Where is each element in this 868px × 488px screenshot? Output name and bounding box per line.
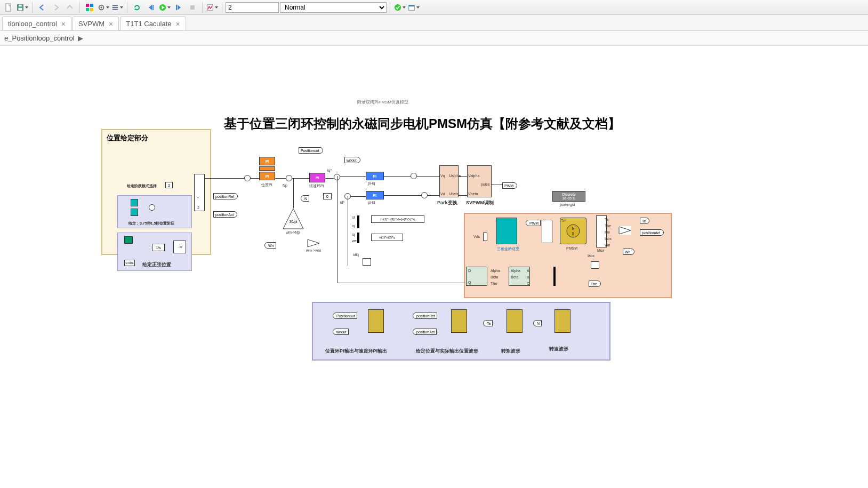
- sine-block[interactable]: [124, 236, 133, 244]
- signal-line: [428, 195, 439, 196]
- pi-block[interactable]: PI: [259, 172, 275, 180]
- forward-button[interactable]: [50, 2, 62, 13]
- from-te[interactable]: Te: [483, 320, 493, 326]
- from-positionout[interactable]: Positionout: [333, 313, 357, 319]
- sum-position[interactable]: [244, 175, 251, 181]
- stop-time-input[interactable]: [226, 2, 279, 13]
- stop-button[interactable]: [186, 2, 199, 13]
- id-pi-block[interactable]: PI: [366, 191, 384, 199]
- close-icon[interactable]: ×: [61, 20, 66, 28]
- scope-block[interactable]: [591, 261, 599, 269]
- gain-block[interactable]: →0: [173, 241, 186, 253]
- goto-positionout[interactable]: Positionout: [299, 147, 323, 154]
- measurement-block[interactable]: [542, 220, 552, 243]
- sum-block[interactable]: [149, 204, 155, 211]
- breadcrumb-item[interactable]: e_Positionloop_control: [4, 34, 75, 42]
- scope-block[interactable]: [451, 309, 467, 333]
- constant-block[interactable]: 2: [165, 182, 173, 188]
- run-button[interactable]: [158, 2, 171, 13]
- gain-block[interactable]: [618, 226, 631, 235]
- goto-the[interactable]: The: [589, 281, 601, 287]
- svpwm-label: SVPWM调制: [466, 199, 494, 206]
- tab-positionloop[interactable]: tionloop_control×: [2, 17, 71, 30]
- close-icon[interactable]: ×: [176, 20, 180, 28]
- sum-vq[interactable]: [411, 173, 417, 179]
- goto-wnout[interactable]: wnout: [344, 157, 360, 163]
- data-inspector-button[interactable]: [206, 2, 219, 13]
- dc-source[interactable]: [483, 233, 487, 241]
- goto-wn[interactable]: Wn: [623, 249, 634, 255]
- arrow-right-icon: [52, 3, 60, 12]
- signal-line: [351, 196, 366, 197]
- sat-block[interactable]: [259, 166, 275, 171]
- blocks-icon: [85, 3, 94, 12]
- from-n[interactable]: N: [533, 320, 542, 326]
- from-positionact2[interactable]: positionAct: [413, 329, 437, 335]
- library-button[interactable]: [83, 2, 96, 13]
- goto-te[interactable]: Te: [640, 218, 649, 224]
- sig-wn: Wn: [605, 243, 610, 247]
- new-button[interactable]: [2, 2, 15, 13]
- goto-pwm[interactable]: PWM: [502, 182, 517, 189]
- iq-pi-block[interactable]: PI: [366, 172, 384, 180]
- step-back-button[interactable]: [144, 2, 157, 13]
- arrow-up-icon: [66, 3, 74, 12]
- tab-svpwm[interactable]: SVPWM×: [73, 17, 119, 30]
- check-button[interactable]: [393, 2, 406, 13]
- from-wn[interactable]: Wn: [264, 242, 276, 249]
- from-positionact[interactable]: positionAct: [213, 211, 237, 218]
- step-block[interactable]: [131, 209, 138, 216]
- powergui-block[interactable]: Discrete 1e-05 s.: [552, 191, 585, 202]
- step-forward-button[interactable]: [172, 2, 185, 13]
- pi-block[interactable]: PI: [259, 157, 275, 165]
- arrow-left-icon: [38, 3, 46, 12]
- from-n[interactable]: N: [301, 195, 309, 202]
- up-button[interactable]: [63, 2, 76, 13]
- scope-block[interactable]: [368, 309, 384, 333]
- speed-pi-block[interactable]: PI: [309, 173, 325, 182]
- explorer-button[interactable]: [111, 2, 124, 13]
- tab-t1t1[interactable]: T1T1 Caculate×: [120, 17, 186, 30]
- gain-30pi[interactable]: 30/pi: [283, 208, 304, 229]
- schedule-button[interactable]: [407, 2, 420, 13]
- sum-vd[interactable]: [421, 192, 428, 198]
- constant-id[interactable]: 0: [323, 193, 332, 199]
- multiport-switch[interactable]: [194, 174, 205, 211]
- id-pi-label: pi-id: [368, 201, 375, 204]
- goto-positionref[interactable]: positionRef: [213, 193, 238, 199]
- fcn-block-1[interactable]: (u(1)^u(2))*id+(u(2)^r)*iq: [371, 215, 424, 223]
- svg-rect-6: [86, 8, 89, 11]
- signal-line: [292, 178, 309, 179]
- idiq-label: idiq: [353, 253, 359, 257]
- gain-wm[interactable]: [307, 239, 320, 247]
- sim-mode-select[interactable]: Normal: [280, 2, 387, 13]
- scope-block[interactable]: [507, 309, 523, 333]
- mux-block[interactable]: [553, 267, 556, 286]
- from-pwm[interactable]: PWM: [526, 220, 541, 226]
- svg-rect-12: [112, 9, 118, 10]
- update-button[interactable]: [131, 2, 143, 13]
- gain-value[interactable]: 0.001: [124, 260, 135, 266]
- file-icon: [4, 3, 13, 12]
- main-toolbar: Normal: [0, 0, 868, 15]
- mux-idiq2[interactable]: [357, 233, 359, 243]
- model-canvas[interactable]: 附录双闭环PMSM仿真模型 基于位置三闭环控制的永磁同步电机PMSM仿真【附参考…: [0, 46, 868, 488]
- we-label: we: [352, 239, 357, 243]
- config-button[interactable]: [97, 2, 110, 13]
- step-block[interactable]: [131, 199, 138, 206]
- sum-speed[interactable]: [286, 175, 292, 181]
- from-wnout[interactable]: wnout: [333, 329, 349, 335]
- scope-block[interactable]: [554, 309, 570, 333]
- step-subsystem[interactable]: 给定：0.75秒1.5秒位置阶跃: [117, 195, 192, 228]
- mux-idiq1[interactable]: [357, 215, 359, 228]
- goto-positionact[interactable]: positionAct: [640, 229, 664, 236]
- back-button[interactable]: [36, 2, 49, 13]
- scope-idiq[interactable]: [363, 258, 371, 266]
- transfer-block[interactable]: 1/s: [152, 244, 165, 251]
- save-button[interactable]: [16, 2, 29, 13]
- fcn-block-2[interactable]: u(1)*u(2)*q: [371, 234, 403, 241]
- sine-subsystem[interactable]: 1/s →0 0.001 给定正弦位置: [117, 233, 192, 271]
- inverter-block[interactable]: [496, 218, 517, 244]
- close-icon[interactable]: ×: [109, 20, 113, 28]
- from-positionref[interactable]: positionRef: [413, 313, 437, 319]
